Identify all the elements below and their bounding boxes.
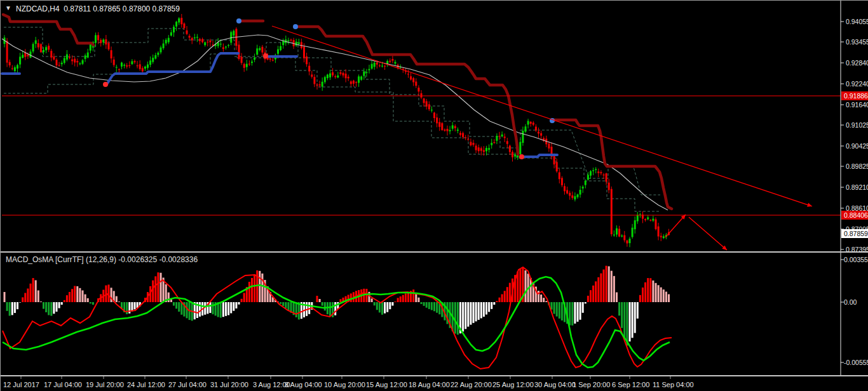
osma-histogram-bar bbox=[504, 291, 506, 302]
osma-histogram-bar bbox=[519, 269, 521, 302]
osma-histogram-bar bbox=[569, 302, 571, 326]
osma-histogram-bar bbox=[287, 302, 289, 310]
osma-histogram-bar bbox=[582, 302, 584, 313]
candle-body bbox=[189, 36, 191, 38]
candle-body bbox=[43, 50, 44, 52]
candle-body bbox=[574, 196, 576, 199]
osma-histogram-bar bbox=[423, 302, 425, 306]
candle-body bbox=[220, 44, 222, 44]
candle-body bbox=[327, 75, 329, 79]
osma-histogram-bar bbox=[483, 302, 485, 317]
osma-histogram-bar bbox=[386, 302, 388, 312]
osma-histogram-bar bbox=[571, 302, 573, 326]
candle-body bbox=[137, 65, 139, 66]
osma-histogram-bar bbox=[243, 293, 245, 302]
chart-symbol-title: NZDCAD,H4 0.87811 0.87865 0.87800 0.8785… bbox=[16, 4, 180, 13]
candle-body bbox=[87, 53, 89, 58]
candle-body bbox=[348, 77, 349, 78]
candle-body bbox=[22, 55, 24, 58]
candle-body bbox=[606, 173, 607, 182]
price-tick-label: 0.91640 bbox=[846, 101, 868, 109]
candle-body bbox=[360, 77, 362, 80]
candle-body bbox=[496, 136, 498, 141]
candle-body bbox=[438, 122, 440, 127]
candle-body bbox=[269, 58, 271, 60]
candle-body bbox=[559, 172, 560, 179]
candle-body bbox=[454, 126, 456, 128]
osma-histogram-bar bbox=[407, 292, 409, 302]
osma-histogram-bar bbox=[397, 298, 399, 302]
candle-body bbox=[261, 47, 263, 53]
candle-body bbox=[369, 69, 370, 70]
candle-body bbox=[108, 43, 110, 50]
osma-histogram-bar bbox=[634, 302, 636, 333]
osma-histogram-bar bbox=[154, 276, 156, 302]
price-tick-label: 0.93455 bbox=[846, 38, 868, 46]
osma-histogram-bar bbox=[64, 300, 65, 302]
osma-histogram-bar bbox=[405, 293, 407, 302]
candle-body bbox=[626, 241, 628, 244]
candle-body bbox=[478, 147, 480, 151]
osma-histogram-bar bbox=[485, 302, 487, 315]
osma-histogram-bar bbox=[660, 288, 662, 302]
osma-histogram-bar bbox=[76, 286, 78, 302]
candle-body bbox=[649, 220, 651, 220]
candle-body bbox=[248, 63, 250, 64]
osma-histogram-bar bbox=[43, 302, 44, 309]
time-axis-label: 15 Aug 12:00 bbox=[366, 381, 407, 388]
candle-body bbox=[587, 175, 589, 180]
sell-signal-dot bbox=[103, 82, 108, 87]
candle-body bbox=[358, 76, 360, 83]
osma-histogram-bar bbox=[663, 289, 665, 302]
time-axis-label: 8 Aug 04:00 bbox=[285, 381, 322, 388]
osma-histogram-bar bbox=[381, 302, 383, 315]
candle-body bbox=[24, 53, 26, 57]
candle-body bbox=[467, 139, 469, 140]
candle-body bbox=[350, 81, 352, 84]
candle-body bbox=[514, 155, 516, 157]
candle-body bbox=[618, 229, 620, 236]
chart-background bbox=[1, 1, 868, 391]
candle-body bbox=[561, 178, 563, 185]
candle-body bbox=[61, 63, 63, 64]
candle-body bbox=[459, 133, 461, 135]
candle-body bbox=[353, 81, 355, 84]
candle-body bbox=[199, 39, 201, 41]
time-axis-label: 17 Jul 04:00 bbox=[44, 381, 82, 388]
osma-histogram-bar bbox=[199, 302, 201, 317]
candle-body bbox=[525, 126, 527, 131]
candle-body bbox=[180, 18, 182, 24]
time-axis-label: 1 Sep 20:00 bbox=[573, 381, 610, 388]
candle-body bbox=[491, 143, 492, 145]
candle-body bbox=[102, 39, 104, 42]
osma-histogram-bar bbox=[421, 302, 423, 304]
price-tick-label: 0.89825 bbox=[846, 162, 868, 170]
osma-histogram-bar bbox=[282, 302, 284, 306]
osma-histogram-bar bbox=[50, 302, 52, 316]
symbol-dropdown-icon[interactable]: ▼ bbox=[5, 4, 11, 11]
candle-body bbox=[50, 51, 52, 58]
sell-signal-dot bbox=[519, 154, 524, 159]
time-axis-label: 10 Aug 20:00 bbox=[324, 381, 365, 388]
osma-histogram-bar bbox=[608, 267, 610, 302]
osma-histogram-bar bbox=[285, 302, 287, 308]
candle-body bbox=[287, 41, 289, 41]
candle-body bbox=[519, 142, 521, 154]
osma-histogram-bar bbox=[225, 302, 227, 316]
panel-separator[interactable] bbox=[1, 251, 868, 253]
osma-histogram-bar bbox=[58, 302, 60, 308]
candle-body bbox=[111, 50, 112, 58]
candle-body bbox=[316, 84, 318, 85]
candle-body bbox=[582, 187, 584, 189]
candle-body bbox=[417, 88, 419, 91]
osma-histogram-bar bbox=[478, 302, 480, 320]
candle-body bbox=[97, 35, 99, 40]
price-chart-canvas[interactable]: 0.940550.934550.928400.922400.916400.910… bbox=[1, 1, 868, 391]
candle-body bbox=[436, 117, 438, 123]
osma-histogram-bar bbox=[339, 299, 341, 302]
price-badge-label: 0.88406 bbox=[844, 211, 868, 219]
osma-histogram-bar bbox=[600, 274, 602, 302]
candle-body bbox=[243, 64, 245, 68]
osma-histogram-bar bbox=[462, 302, 464, 331]
osma-histogram-bar bbox=[251, 278, 253, 302]
